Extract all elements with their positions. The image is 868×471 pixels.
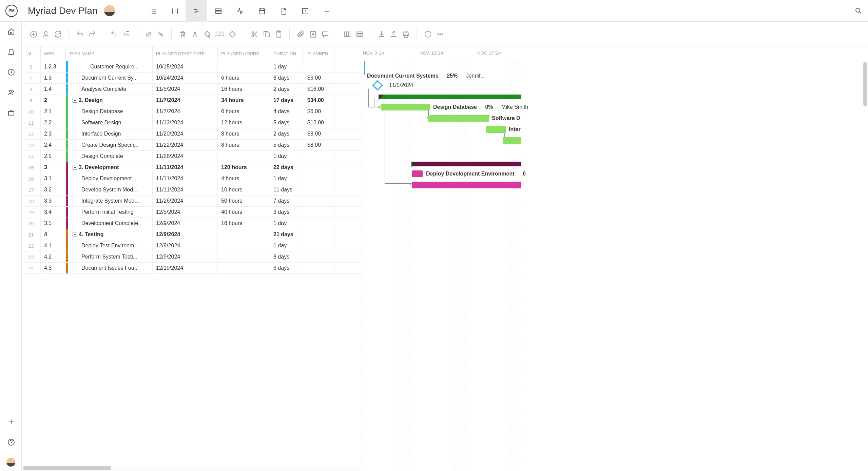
cell-cost[interactable]: $6.00 xyxy=(304,106,334,117)
cell-cost[interactable] xyxy=(304,218,334,229)
cell-cost[interactable]: $34.00 xyxy=(304,95,334,106)
collapse-button[interactable]: − xyxy=(73,232,77,237)
unlink-button[interactable] xyxy=(156,29,165,39)
board-view-button[interactable] xyxy=(164,0,186,22)
gantt-summary-design[interactable] xyxy=(379,95,521,99)
gantt-body[interactable]: Document Current Systems 25% Jennif... 1… xyxy=(360,61,868,471)
cell-hours[interactable]: 6 hours xyxy=(218,73,270,83)
cell-wbs[interactable]: 3.2 xyxy=(41,184,66,195)
collapse-button[interactable]: − xyxy=(73,165,77,170)
cell-cost[interactable]: $8.00 xyxy=(304,128,334,139)
cell-task[interactable]: Perform System Testi... xyxy=(66,251,153,262)
cell-start[interactable]: 11/7/2024 xyxy=(153,106,218,117)
cell-task[interactable]: Deploy Test Environm... xyxy=(66,240,153,251)
gantt-bar-design-database[interactable] xyxy=(381,104,430,110)
gantt-bar-create-spec[interactable] xyxy=(503,137,521,144)
task-row[interactable]: 153−3. Development11/11/2024120 hours22 … xyxy=(22,162,360,173)
cell-wbs[interactable]: 3.1 xyxy=(41,173,66,184)
indent-button[interactable] xyxy=(121,29,131,39)
cell-wbs[interactable]: 2 xyxy=(41,95,66,106)
task-row[interactable]: 102.1Design Database11/7/20246 hours4 da… xyxy=(22,106,360,117)
cell-duration[interactable]: 3 days xyxy=(270,207,304,218)
vertical-scrollbar[interactable] xyxy=(863,62,867,106)
cell-wbs[interactable]: 2.4 xyxy=(41,140,66,150)
redo-button[interactable] xyxy=(87,29,97,39)
cell-task[interactable]: Integrate System Mod... xyxy=(66,196,153,206)
recent-button[interactable] xyxy=(6,67,16,77)
cell-task[interactable]: Development Complete xyxy=(66,218,153,229)
cell-hours[interactable]: 8 hours xyxy=(218,140,270,150)
cell-duration[interactable]: 7 days xyxy=(270,196,304,206)
cell-hours[interactable]: 34 hours xyxy=(218,95,270,106)
task-row[interactable]: 173.2Develop System Mod...11/11/202410 h… xyxy=(22,184,360,196)
cell-hours[interactable] xyxy=(218,251,270,262)
cell-cost[interactable] xyxy=(304,251,334,262)
cell-start[interactable]: 10/15/2024 xyxy=(153,61,218,72)
cell-wbs[interactable]: 4 xyxy=(41,229,66,240)
gantt-chart[interactable]: NOV, 3 '24 NOV, 10 '24 NOV, 17 '24 Docum… xyxy=(360,46,868,471)
portfolio-button[interactable] xyxy=(6,108,16,117)
task-row[interactable]: 193.4Perform Initial Testing12/5/202440 … xyxy=(22,207,360,218)
task-row[interactable]: 61.2.3Customer Require...10/15/20241 day xyxy=(22,61,360,73)
user-avatar[interactable] xyxy=(6,457,16,467)
cell-duration[interactable]: 6 days xyxy=(270,263,304,273)
column-all[interactable]: ALL xyxy=(22,46,41,61)
text-color-button[interactable] xyxy=(190,29,199,39)
column-start[interactable]: PLANNED START DATE xyxy=(153,46,218,61)
add-task-button[interactable] xyxy=(28,29,38,39)
task-row[interactable]: 142.5Design Complete11/28/20241 day xyxy=(22,151,360,162)
cell-duration[interactable]: 5 days xyxy=(270,140,304,150)
project-owner-avatar[interactable] xyxy=(104,5,115,16)
sync-button[interactable] xyxy=(53,29,62,39)
cell-cost[interactable] xyxy=(304,162,334,173)
cell-cost[interactable]: $12.00 xyxy=(304,117,334,128)
fill-color-button[interactable] xyxy=(202,29,212,39)
cell-hours[interactable]: 4 hours xyxy=(218,173,270,184)
cell-cost[interactable]: $16.00 xyxy=(304,84,334,95)
column-task[interactable]: TASK NAME xyxy=(66,46,153,61)
cell-start[interactable]: 12/19/2024 xyxy=(153,263,218,273)
cell-wbs[interactable]: 4.2 xyxy=(41,251,66,262)
gantt-bar-software-design[interactable] xyxy=(428,115,489,122)
task-row[interactable]: 81.4Analysis Complete11/5/202416 hours2 … xyxy=(22,84,360,95)
cell-wbs[interactable]: 2.2 xyxy=(41,117,66,128)
sheet-view-button[interactable] xyxy=(207,0,229,22)
cell-duration[interactable]: 1 day xyxy=(270,173,304,184)
cell-wbs[interactable]: 2.5 xyxy=(41,151,66,162)
cell-cost[interactable]: $6.00 xyxy=(304,73,334,83)
columns-button[interactable] xyxy=(342,29,352,39)
cell-start[interactable]: 11/11/2024 xyxy=(153,184,218,195)
cell-duration[interactable]: 17 days xyxy=(270,95,304,106)
paste-button[interactable] xyxy=(274,29,283,39)
cell-cost[interactable] xyxy=(304,184,334,195)
milestone-button[interactable] xyxy=(227,29,237,39)
collapse-button[interactable]: − xyxy=(73,98,77,103)
task-row[interactable]: 163.1Deploy Development ...11/11/20244 h… xyxy=(22,173,360,184)
assign-button[interactable] xyxy=(41,29,50,39)
add-button[interactable] xyxy=(6,417,16,426)
cell-start[interactable]: 11/22/2024 xyxy=(153,140,218,150)
activity-view-button[interactable] xyxy=(229,0,251,22)
cell-duration[interactable]: 8 days xyxy=(270,251,304,262)
cell-start[interactable]: 11/13/2024 xyxy=(153,117,218,128)
cell-wbs[interactable]: 4.3 xyxy=(41,263,66,273)
cell-wbs[interactable]: 3 xyxy=(41,162,66,173)
task-row[interactable]: 224.1Deploy Test Environm...12/9/20241 d… xyxy=(22,240,360,251)
cell-hours[interactable]: 12 hours xyxy=(218,117,270,128)
cell-hours[interactable]: 10 hours xyxy=(218,184,270,195)
cell-task[interactable]: Create Design Specifi... xyxy=(66,140,153,150)
cell-wbs[interactable]: 4.1 xyxy=(41,240,66,251)
task-row[interactable]: 183.3Integrate System Mod...11/26/202450… xyxy=(22,196,360,207)
gantt-bar-deploy-dev[interactable] xyxy=(412,170,423,177)
cell-task[interactable]: Design Complete xyxy=(66,151,153,162)
cell-duration[interactable]: 11 days xyxy=(270,184,304,195)
cell-wbs[interactable]: 3.3 xyxy=(41,196,66,206)
cell-start[interactable]: 11/5/2024 xyxy=(153,84,218,95)
cell-hours[interactable]: 6 hours xyxy=(218,106,270,117)
cell-duration[interactable]: 1 day xyxy=(270,218,304,229)
task-row[interactable]: 122.3Interface Design11/20/20248 hours2 … xyxy=(22,128,360,140)
cell-wbs[interactable]: 1.3 xyxy=(41,73,66,83)
column-hours[interactable]: PLANNED HOURS xyxy=(218,46,270,61)
cell-task[interactable]: Develop System Mod... xyxy=(66,184,153,195)
grid-button[interactable] xyxy=(354,29,364,39)
